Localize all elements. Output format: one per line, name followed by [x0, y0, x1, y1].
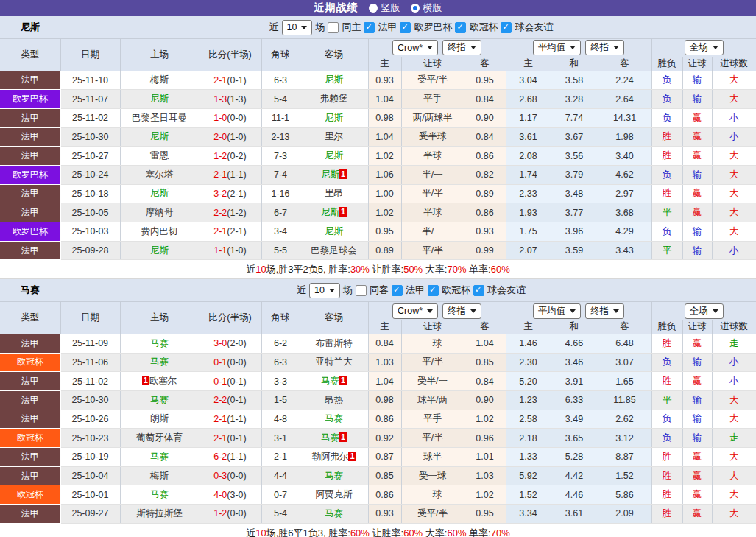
radio-icon — [369, 4, 378, 13]
avg-time-select[interactable]: 终指 — [585, 40, 624, 55]
away-odds-cell: 0.82 — [464, 165, 506, 184]
summary-segment: 大率: — [423, 527, 447, 537]
team-label: 尼斯 — [21, 21, 40, 34]
avg-home-cell: 2.58 — [506, 410, 551, 429]
avg-select[interactable]: 平均值 — [533, 40, 582, 55]
match-date: 25-09-28 — [60, 241, 120, 260]
col-header-home: 主场 — [120, 302, 199, 334]
match-date: 25-10-24 — [60, 165, 120, 184]
goals-result-cell: 大 — [712, 203, 756, 222]
away-team-cell: 马赛 — [300, 505, 368, 524]
table-row: 欧罗巴杯25-10-03费内巴切2-1(2-1)3-4尼斯0.95半/一0.93… — [0, 222, 756, 242]
away-team-cell: 阿贾克斯 — [300, 485, 368, 505]
league-checkbox[interactable] — [400, 22, 411, 33]
avg-home-cell: 1.52 — [506, 485, 551, 505]
team-name: 勒阿弗尔 — [311, 452, 348, 462]
corner-cell: 2-13 — [261, 127, 300, 147]
avg-select[interactable]: 平均值 — [533, 303, 582, 319]
home-team-cell: 梅斯 — [120, 466, 199, 485]
team-name: 尼斯 — [321, 169, 339, 180]
team-name: 尼斯 — [150, 94, 169, 104]
avg-home-cell: 2.68 — [506, 90, 551, 109]
handicap-result-cell: 输 — [682, 222, 712, 242]
half-time-score: (0-1) — [227, 376, 246, 387]
period-select[interactable]: 全场 — [685, 303, 724, 319]
league-checkbox[interactable] — [364, 22, 375, 33]
full-time-score: 0-3 — [213, 471, 227, 481]
goals-result-cell: 小 — [712, 241, 756, 260]
odds-time-select[interactable]: 终指 — [442, 303, 481, 319]
avg-away-cell: 3.43 — [598, 241, 651, 260]
summary-segment: 60% — [447, 527, 466, 537]
team-section: 尼斯 近10场同主法甲欧罗巴杯欧冠杯球会友谊 类型 日期 主场 比分(半场) 角… — [0, 16, 756, 279]
home-odds-cell: 1.04 — [368, 127, 401, 147]
team-name: 马赛 — [321, 376, 339, 386]
chevron-down-icon — [713, 309, 718, 313]
filter-bar: 马赛 近10场同客法甲欧冠杯球会友谊 — [0, 279, 756, 302]
avg-draw-cell: 3.58 — [551, 71, 598, 90]
winlose-result-cell: 平 — [651, 390, 682, 410]
avg-home-cell: 1.93 — [506, 203, 551, 222]
league-badge: 欧罗巴杯 — [0, 165, 60, 184]
same-venue-checkbox[interactable] — [328, 22, 339, 33]
radio-vertical-layout[interactable]: 竖版 — [369, 1, 400, 15]
avg-away-cell: 1.98 — [598, 127, 651, 147]
corner-cell: 5-4 — [261, 90, 300, 109]
team-section: 马赛 近10场同客法甲欧冠杯球会友谊 类型 日期 主场 比分(半场) 角球 客场 — [0, 279, 756, 537]
home-odds-cell: 0.93 — [368, 505, 401, 524]
radio-horizontal-layout[interactable]: 横版 — [411, 1, 442, 15]
full-time-score: 1-3 — [213, 94, 227, 105]
team-name: 弗赖堡 — [320, 94, 348, 104]
team-name: 马赛 — [325, 471, 343, 481]
handicap-result-cell: 赢 — [682, 372, 712, 391]
league-checkbox[interactable] — [392, 285, 403, 296]
avg-home-cell: 5.20 — [506, 372, 551, 391]
winlose-result-cell: 负 — [651, 71, 682, 90]
half-time-score: (0-1) — [227, 75, 246, 85]
results-tbody: 法甲25-11-09马赛3-0(2-0)6-2布雷斯特0.84一球1.041.4… — [0, 334, 756, 523]
handicap-result-cell: 输 — [682, 410, 712, 429]
league-checkbox[interactable] — [501, 22, 512, 33]
summary-segment: 50% — [403, 264, 423, 275]
away-odds-cell: 0.89 — [464, 184, 506, 203]
goals-result-cell: 小 — [712, 372, 756, 391]
avg-draw-cell: 6.33 — [551, 390, 598, 410]
winlose-result-cell: 胜 — [651, 334, 682, 353]
team-name: 尼斯 — [150, 131, 169, 141]
col-header-corner: 角球 — [261, 302, 300, 334]
avg-away-cell: 1.65 — [598, 372, 651, 391]
bookmaker-select[interactable]: Crow* — [392, 303, 438, 319]
match-count-select[interactable]: 10 — [282, 20, 313, 35]
table-row: 法甲25-11-021欧塞尔0-1(0-1)3-3马赛11.04受半/一0.84… — [0, 372, 756, 391]
summary-segment: 近 — [246, 264, 255, 275]
odds-time-select[interactable]: 终指 — [442, 40, 481, 55]
bookmaker-select[interactable]: Crow* — [392, 40, 438, 55]
corner-cell: 6-2 — [261, 334, 300, 353]
league-checkbox[interactable] — [455, 22, 466, 33]
full-time-score: 1-0 — [213, 113, 227, 123]
away-odds-cell: 0.93 — [464, 222, 506, 242]
home-team-cell: 雷恩 — [120, 147, 199, 166]
goals-result-cell: 小 — [712, 353, 756, 372]
league-checkbox[interactable] — [473, 285, 484, 296]
handicap-cell: 平手 — [401, 90, 464, 109]
winlose-result-cell: 胜 — [651, 184, 682, 203]
handicap-cell: 半球 — [401, 203, 464, 222]
avg-home-cell: 2.07 — [506, 241, 551, 260]
period-select[interactable]: 全场 — [685, 40, 724, 55]
league-checkbox[interactable] — [428, 285, 439, 296]
match-count-select[interactable]: 10 — [309, 283, 340, 298]
half-time-score: (0-0) — [227, 113, 246, 123]
team-name: 费内巴切 — [141, 226, 178, 236]
avg-home-cell: 3.04 — [506, 71, 551, 90]
table-row: 法甲25-10-27雷恩1-2(0-2)7-3尼斯1.02半球0.862.083… — [0, 147, 756, 166]
team-name: 尼斯 — [325, 113, 343, 123]
avg-time-select[interactable]: 终指 — [585, 303, 624, 319]
score-cell: 1-2(0-2) — [199, 147, 261, 166]
avg-draw-cell: 4.42 — [551, 466, 598, 485]
same-venue-checkbox[interactable] — [356, 285, 367, 296]
handicap-result-cell: 赢 — [682, 147, 712, 166]
avg-draw-cell: 3.56 — [551, 147, 598, 166]
team-name: 里昂 — [325, 188, 343, 198]
team-name: 昂热 — [325, 395, 343, 405]
